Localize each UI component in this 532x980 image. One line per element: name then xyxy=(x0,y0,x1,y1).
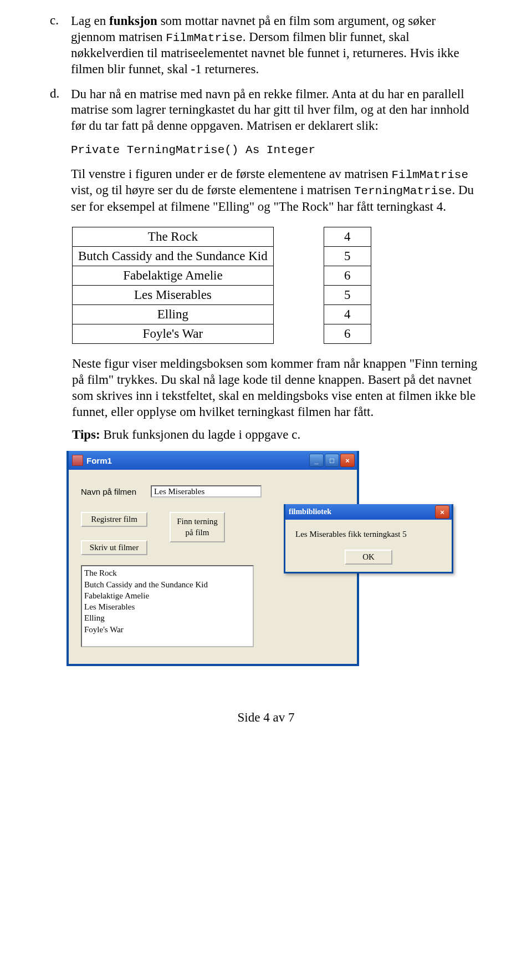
list-item[interactable]: Fabelaktige Amelie xyxy=(84,590,250,601)
finn-terning-button[interactable]: Finn terning på film xyxy=(170,512,225,542)
list-item[interactable]: The Rock xyxy=(84,567,250,578)
text-bold: funksjon xyxy=(109,14,157,28)
films-listbox[interactable]: The Rock Butch Cassidy and the Sundance … xyxy=(81,565,254,647)
page-footer: Side 4 av 7 xyxy=(50,710,482,725)
table-row: 4 xyxy=(324,227,371,247)
maximize-icon[interactable]: □ xyxy=(325,454,339,467)
tips-line: Tips: Bruk funksjonen du lagde i oppgave… xyxy=(72,428,482,442)
dialog-title: filmbibliotek xyxy=(289,507,331,516)
dice-table: 4 5 6 5 4 6 xyxy=(324,227,371,344)
text: Du har nå en matrise med navn på en rekk… xyxy=(71,87,482,134)
text: vist, og til høyre ser du de første elem… xyxy=(71,183,354,197)
tips-label: Tips: xyxy=(72,428,100,441)
skriv-ut-button[interactable]: Skriv ut filmer xyxy=(81,540,147,555)
table-row: Les Miserables xyxy=(73,286,274,305)
messagebox: filmbibliotek × Les Miserables fikk tern… xyxy=(284,504,453,573)
close-icon[interactable]: × xyxy=(340,454,355,467)
table-row: The Rock xyxy=(73,227,274,247)
task-d-label: d. xyxy=(50,87,64,215)
label-navn: Navn på filmen xyxy=(81,487,136,496)
code-inline: TerningMatrise xyxy=(354,185,452,197)
table-row: Fabelaktige Amelie xyxy=(73,266,274,286)
cell: 5 xyxy=(324,247,371,266)
dialog-titlebar[interactable]: filmbibliotek × xyxy=(285,504,452,520)
btn-line1: Finn terning xyxy=(177,517,218,526)
text: Til venstre i figuren under er de første… xyxy=(71,166,482,215)
cell: Fabelaktige Amelie xyxy=(73,266,274,286)
ok-button[interactable]: OK xyxy=(345,550,392,564)
text: Til venstre i figuren under er de første… xyxy=(71,167,391,181)
minimize-icon[interactable]: _ xyxy=(309,454,324,467)
cell: Foyle's War xyxy=(73,324,274,344)
registrer-button[interactable]: Registrer film xyxy=(81,512,147,527)
table-row: Butch Cassidy and the Sundance Kid xyxy=(73,247,274,266)
text: Lag en xyxy=(71,14,109,28)
cell: Butch Cassidy and the Sundance Kid xyxy=(73,247,274,266)
cell: Elling xyxy=(73,305,274,324)
list-item[interactable]: Les Miserables xyxy=(84,601,250,612)
cell: 4 xyxy=(324,305,371,324)
task-c-label: c. xyxy=(50,13,64,78)
paragraph: Neste figur viser meldingsboksen som kom… xyxy=(72,356,482,420)
task-d-body: Du har nå en matrise med navn på en rekk… xyxy=(71,87,482,215)
cell: 6 xyxy=(324,324,371,344)
close-icon[interactable]: × xyxy=(435,505,449,519)
cell: The Rock xyxy=(73,227,274,247)
table-row: 5 xyxy=(324,286,371,305)
dialog-message: Les Miserables fikk terningkast 5 xyxy=(292,530,445,539)
titlebar[interactable]: Form1 _ □ × xyxy=(69,451,357,470)
table-row: 4 xyxy=(324,305,371,324)
table-row: 5 xyxy=(324,247,371,266)
code-inline: FilmMatrise xyxy=(166,32,243,44)
list-item[interactable]: Elling xyxy=(84,612,250,623)
screenshot: Form1 _ □ × Navn på filmen Registrer fil… xyxy=(66,451,482,666)
table-row: 6 xyxy=(324,266,371,286)
cell: 4 xyxy=(324,227,371,247)
code-inline: FilmMatrise xyxy=(391,169,468,181)
window-title: Form1 xyxy=(86,456,112,465)
task-c-body: Lag en funksjon som mottar navnet på en … xyxy=(71,13,482,78)
cell: 5 xyxy=(324,286,371,305)
list-item[interactable]: Foyle's War xyxy=(84,624,250,635)
btn-line2: på film xyxy=(186,528,209,537)
form-icon xyxy=(72,455,83,466)
film-table: The Rock Butch Cassidy and the Sundance … xyxy=(72,227,274,344)
table-row: Foyle's War xyxy=(73,324,274,344)
film-name-input[interactable] xyxy=(151,485,262,497)
cell: Les Miserables xyxy=(73,286,274,305)
table-row: Elling xyxy=(73,305,274,324)
code-declaration: Private TerningMatrise() As Integer xyxy=(71,143,482,158)
cell: 6 xyxy=(324,266,371,286)
table-row: 6 xyxy=(324,324,371,344)
tips-text: Bruk funksjonen du lagde i oppgave c. xyxy=(100,428,301,441)
tables-row: The Rock Butch Cassidy and the Sundance … xyxy=(72,227,482,344)
list-item[interactable]: Butch Cassidy and the Sundance Kid xyxy=(84,579,250,590)
